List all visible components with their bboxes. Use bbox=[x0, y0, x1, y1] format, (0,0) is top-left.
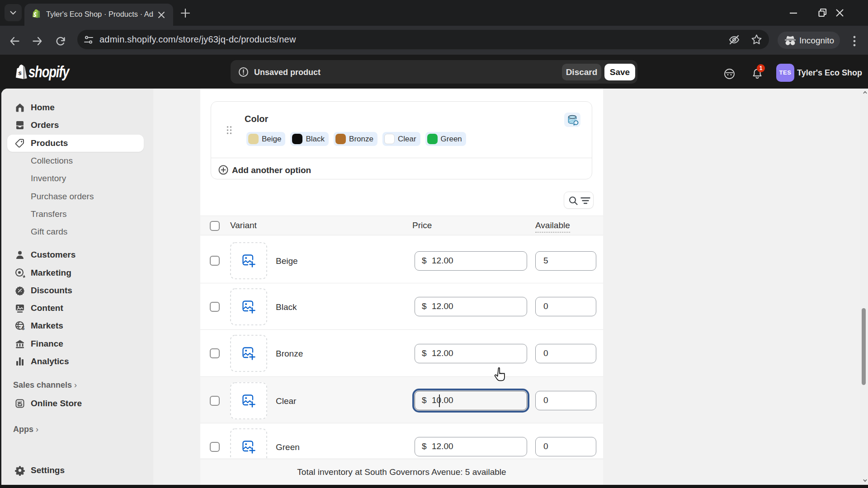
svg-text:s: s bbox=[18, 69, 22, 77]
svg-text:$: $ bbox=[22, 325, 24, 331]
svg-text:shopify: shopify bbox=[28, 64, 70, 81]
